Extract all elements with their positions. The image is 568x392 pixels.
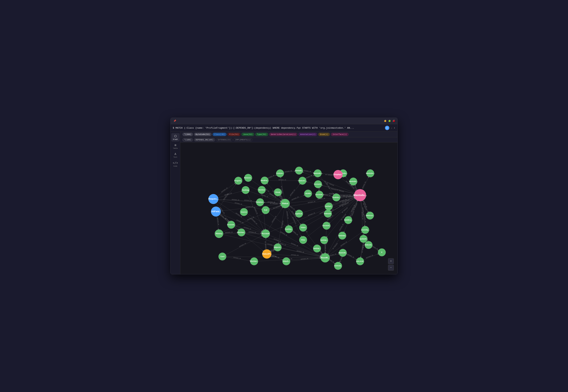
main-panel: *(266) ByteCode(53) Class(49) File(53) J… bbox=[180, 132, 397, 274]
badge-interface[interactable]: Interface(1) bbox=[331, 133, 348, 136]
zoom-controls: + − bbox=[388, 258, 394, 271]
sidebar-item-text[interactable]: A Text bbox=[171, 151, 180, 159]
download-button[interactable]: ⬇ bbox=[394, 126, 395, 129]
badge-annotation[interactable]: Annotation(2) bbox=[298, 133, 317, 136]
badge-depends-on[interactable]: DEPENDS_ON(165) bbox=[194, 138, 215, 141]
badge-enum[interactable]: Enum(1) bbox=[318, 133, 330, 136]
star-button[interactable]: ☆ bbox=[391, 126, 392, 129]
filter-bar-nodes: *(266) ByteCode(53) Class(49) File(53) J… bbox=[180, 132, 397, 137]
minimize-button[interactable]: − bbox=[384, 120, 387, 122]
filter-bar-rels: *(189) DEPENDS_ON(165) EXTENDS(23) IMPLE… bbox=[180, 137, 397, 142]
nodes-count-badge[interactable]: *(266) bbox=[182, 133, 193, 136]
table-icon: ⊞ bbox=[175, 143, 176, 147]
query-bar: $ MATCH (:Class {name: 'ProfileFragment'… bbox=[171, 124, 397, 132]
content-area: ⬡ Graph ⊞ Table A Text </> Code *(266) B… bbox=[171, 132, 397, 274]
sidebar-label-text: Text bbox=[174, 156, 177, 158]
badge-type[interactable]: Type(53) bbox=[255, 133, 268, 136]
query-text: $ MATCH (:Class {name: 'ProfileFragment'… bbox=[173, 127, 383, 129]
badge-genericdeclaration[interactable]: GenericDeclaration(1) bbox=[269, 133, 298, 136]
text-icon: A bbox=[175, 153, 176, 156]
badge-file[interactable]: File(53) bbox=[228, 133, 240, 136]
badge-extends[interactable]: EXTENDS(23) bbox=[216, 138, 233, 141]
sidebar-label-code: Code bbox=[174, 165, 177, 167]
titlebar: 📌 − □ × bbox=[171, 118, 397, 124]
zoom-out-button[interactable]: − bbox=[388, 265, 394, 271]
sidebar-item-code[interactable]: </> Code bbox=[171, 160, 180, 168]
badge-java[interactable]: Java(53) bbox=[241, 133, 254, 136]
badge-class[interactable]: Class(49) bbox=[213, 133, 226, 136]
graph-canvas[interactable] bbox=[180, 142, 397, 274]
pin-icon[interactable]: 📌 bbox=[174, 120, 176, 122]
titlebar-icons: 📌 bbox=[174, 120, 176, 122]
sidebar-label-graph: Graph bbox=[173, 139, 178, 140]
sidebar-label-table: Table bbox=[173, 148, 178, 149]
main-window: 📌 − □ × $ MATCH (:Class {name: 'ProfileF… bbox=[170, 118, 398, 274]
zoom-in-button[interactable]: + bbox=[388, 258, 394, 264]
play-button[interactable]: ▶ bbox=[385, 126, 389, 130]
badge-bytecode[interactable]: ByteCode(53) bbox=[194, 133, 212, 136]
sidebar-item-graph[interactable]: ⬡ Graph bbox=[171, 133, 180, 141]
sidebar: ⬡ Graph ⊞ Table A Text </> Code bbox=[171, 132, 180, 274]
query-actions: ▶ ☆ ⬇ bbox=[385, 126, 395, 130]
badge-implements[interactable]: IMPLEMENTS(1) bbox=[233, 138, 252, 141]
graph-canvas-area: + − bbox=[180, 142, 397, 274]
code-icon: </> bbox=[173, 162, 178, 165]
close-button[interactable]: × bbox=[393, 120, 395, 122]
maximize-button[interactable]: □ bbox=[388, 120, 391, 122]
rels-count-badge[interactable]: *(189) bbox=[182, 138, 193, 141]
graph-icon: ⬡ bbox=[174, 134, 177, 138]
sidebar-item-table[interactable]: ⊞ Table bbox=[171, 142, 180, 150]
